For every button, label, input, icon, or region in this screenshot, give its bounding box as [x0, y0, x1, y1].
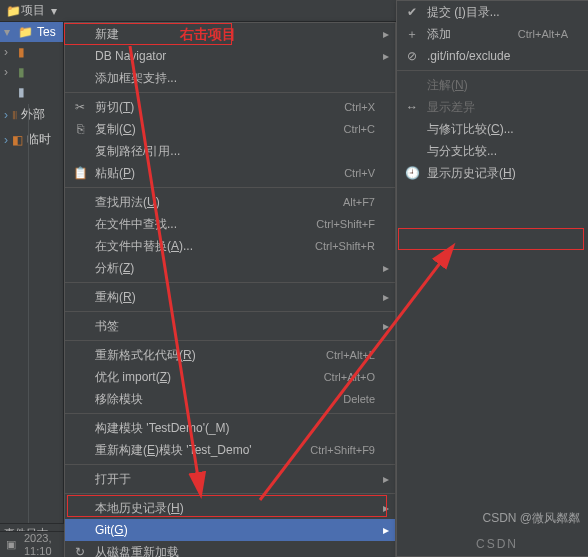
menu-shortcut: Ctrl+Alt+O: [324, 371, 375, 383]
menu-item[interactable]: 分析(Z)▸: [65, 257, 395, 279]
paste-icon: 📋: [72, 165, 88, 181]
tree-item-scratch[interactable]: › ◧ 临时: [0, 127, 63, 152]
menu-item-label: 剪切(T): [95, 99, 134, 116]
menu-item-label: 分析(Z): [95, 260, 134, 277]
menu-item[interactable]: 在文件中查找...Ctrl+Shift+F: [65, 213, 395, 235]
menu-item-label: 粘贴(P): [95, 165, 135, 182]
menu-item-label: 在文件中查找...: [95, 216, 177, 233]
menu-item[interactable]: Git(G)▸: [65, 519, 395, 541]
menu-separator: [65, 282, 395, 283]
menu-shortcut: Ctrl+Alt+L: [326, 349, 375, 361]
menu-item-label: 与分支比较...: [427, 143, 497, 160]
context-menu: 新建▸DB Navigator▸添加框架支持...✂剪切(T)Ctrl+X⎘复制…: [64, 22, 396, 557]
menu-shortcut: Ctrl+C: [344, 123, 375, 135]
menu-item-label: Git(G): [95, 523, 128, 537]
status-time: 11:10: [24, 545, 52, 557]
menu-item[interactable]: 移除模块Delete: [65, 388, 395, 410]
file-icon: ▮: [18, 85, 25, 99]
menu-item-label: .git/info/exclude: [427, 49, 510, 63]
chevron-right-icon: ▸: [383, 261, 389, 275]
cut-icon: ✂: [72, 99, 88, 115]
chevron-right-icon: ▸: [383, 472, 389, 486]
menu-item[interactable]: 重新构建(E)模块 'Test_Demo'Ctrl+Shift+F9: [65, 439, 395, 461]
menu-item[interactable]: ⎘复制(C)Ctrl+C: [65, 118, 395, 140]
commit-icon: ✔: [404, 4, 420, 20]
menu-item-label: 新建: [95, 26, 119, 43]
menu-item[interactable]: 书签▸: [65, 315, 395, 337]
menu-item-label: 与修订比较(C)...: [427, 121, 514, 138]
menu-item[interactable]: 构建模块 'TestDemo'(_M): [65, 417, 395, 439]
menu-shortcut: Ctrl+Alt+A: [518, 28, 568, 40]
menu-item[interactable]: 与分支比较...: [397, 140, 588, 162]
menu-item[interactable]: 🕘显示历史记录(H): [397, 162, 588, 184]
tree-label: 临时: [27, 131, 51, 148]
project-title[interactable]: 项目: [21, 2, 45, 19]
menu-separator: [65, 311, 395, 312]
menu-item[interactable]: ✂剪切(T)Ctrl+X: [65, 96, 395, 118]
tree-label: Tes: [37, 25, 56, 39]
tree-label: 外部: [21, 106, 45, 123]
menu-item[interactable]: ⊘.git/info/exclude: [397, 45, 588, 67]
menu-item-label: 复制(C): [95, 121, 136, 138]
menu-item-label: 显示差异: [427, 99, 475, 116]
menu-item[interactable]: ✔提交 (I)目录...: [397, 1, 588, 23]
add-icon: ＋: [404, 26, 420, 42]
menu-item[interactable]: 重构(R)▸: [65, 286, 395, 308]
menu-item-label: 优化 import(Z): [95, 369, 171, 386]
chevron-right-icon: ›: [4, 133, 8, 147]
menu-item-label: 查找用法(U): [95, 194, 160, 211]
menu-item[interactable]: 打开于▸: [65, 468, 395, 490]
menu-item[interactable]: 与修订比较(C)...: [397, 118, 588, 140]
menu-item-label: 复制路径/引用...: [95, 143, 180, 160]
menu-item: 注解(N): [397, 74, 588, 96]
menu-item[interactable]: 本地历史记录(H)▸: [65, 497, 395, 519]
menu-item-label: 移除模块: [95, 391, 143, 408]
menu-item[interactable]: 优化 import(Z)Ctrl+Alt+O: [65, 366, 395, 388]
menu-separator: [65, 413, 395, 414]
folder-icon: 📁: [6, 4, 21, 18]
tree-item[interactable]: › ▮: [0, 42, 63, 62]
chevron-right-icon: ▸: [383, 49, 389, 63]
menu-item-label: 注解(N): [427, 77, 468, 94]
tree-item-external[interactable]: › ⫴ 外部: [0, 102, 63, 127]
terminal-icon[interactable]: ▣: [6, 538, 16, 551]
menu-shortcut: Ctrl+Shift+R: [315, 240, 375, 252]
menu-item[interactable]: DB Navigator▸: [65, 45, 395, 67]
chevron-right-icon: ▸: [383, 523, 389, 537]
menu-item[interactable]: 查找用法(U)Alt+F7: [65, 191, 395, 213]
copy-icon: ⎘: [72, 121, 88, 137]
menu-item[interactable]: 复制路径/引用...: [65, 140, 395, 162]
menu-item[interactable]: 📋粘贴(P)Ctrl+V: [65, 162, 395, 184]
menu-item[interactable]: 添加框架支持...: [65, 67, 395, 89]
tree-item[interactable]: ▮: [0, 82, 63, 102]
menu-item-label: 打开于: [95, 471, 131, 488]
menu-separator: [65, 340, 395, 341]
menu-shortcut: Ctrl+Shift+F: [316, 218, 375, 230]
menu-shortcut: Delete: [343, 393, 375, 405]
status-date: 2023,: [24, 532, 52, 544]
lib-icon: ⫴: [12, 108, 17, 122]
scratch-icon: ◧: [12, 133, 23, 147]
menu-separator: [397, 70, 588, 71]
menu-item-label: 从磁盘重新加载: [95, 544, 179, 558]
menu-item[interactable]: 重新格式化代码(R)Ctrl+Alt+L: [65, 344, 395, 366]
diff-icon: ↔: [404, 99, 420, 115]
chevron-down-icon[interactable]: ▾: [51, 4, 57, 18]
menu-item-label: 添加: [427, 26, 451, 43]
menu-item[interactable]: 在文件中替换(A)...Ctrl+Shift+R: [65, 235, 395, 257]
menu-item[interactable]: ↻从磁盘重新加载: [65, 541, 395, 557]
tree-item[interactable]: › ▮: [0, 62, 63, 82]
chevron-right-icon: ›: [4, 108, 8, 122]
folder-icon: ▮: [18, 65, 25, 79]
reload-icon: ↻: [72, 544, 88, 557]
exclude-icon: ⊘: [404, 48, 420, 64]
tree-item-test[interactable]: ▾ 📁 Tes: [0, 22, 63, 42]
menu-item-label: 书签: [95, 318, 119, 335]
history-icon: 🕘: [404, 165, 420, 181]
menu-item[interactable]: ＋添加Ctrl+Alt+A: [397, 23, 588, 45]
chevron-right-icon: ▸: [383, 501, 389, 515]
menu-item-label: 显示历史记录(H): [427, 165, 516, 182]
menu-item-label: 重新构建(E)模块 'Test_Demo': [95, 442, 252, 459]
menu-item-label: 本地历史记录(H): [95, 500, 184, 517]
annotation-text: 右击项目: [180, 26, 236, 44]
